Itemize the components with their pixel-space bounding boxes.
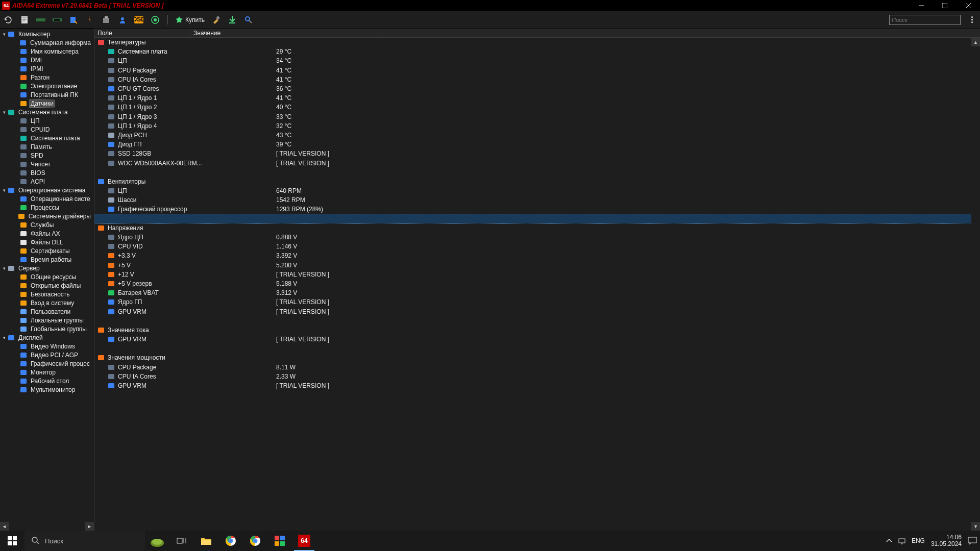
tree-item[interactable]: Вход в систему [0,298,94,307]
sensor-row[interactable]: CPU VID1.146 V [94,242,980,251]
tree-item[interactable]: Процессы [0,203,94,212]
scroll-up-button[interactable]: ▲ [971,38,980,46]
sidebar-hscroll[interactable]: ◄ ► [0,522,94,531]
download-button[interactable] [227,15,237,25]
scroll-left-button[interactable]: ◄ [0,522,9,531]
chrome-button-1[interactable] [218,531,243,551]
tree-item[interactable]: Открытые файлы [0,281,94,290]
sensor-row[interactable]: CPU Package41 °C [94,66,980,75]
tree-item[interactable]: Монитор [0,368,94,377]
scroll-track[interactable] [971,46,980,522]
tree-item[interactable]: ЦП [0,116,94,125]
sensor-rows[interactable]: ТемпературыСистемная плата29 °CЦП34 °CCP… [94,38,980,531]
tree-item[interactable]: Службы [0,220,94,229]
tree-item[interactable]: Время работы [0,255,94,264]
sensor-row[interactable]: ЦП 1 / Ядро 432 °C [94,121,980,131]
sensor-row[interactable]: ЦП 1 / Ядро 333 °C [94,112,980,121]
quickreport-button[interactable] [68,15,79,25]
tree-item[interactable]: Сертификаты [0,246,94,255]
sensor-row[interactable]: CPU IA Cores2.33 W [94,372,980,381]
content-vscroll[interactable]: ▲ ▼ [971,38,980,531]
explorer-button[interactable] [194,531,218,551]
tree-item[interactable]: ▾Операционная система [0,186,94,194]
aida64-button[interactable]: 64 [292,531,316,551]
sensor-row[interactable]: ЦП640 RPM [94,186,980,195]
sensor-row[interactable]: Ядро ГП[ TRIAL VERSION ] [94,297,980,307]
sensor-row[interactable]: +5 V5.200 V [94,261,980,270]
taskbar-search[interactable]: Поиск [24,531,145,551]
sensor-row[interactable]: GPU VRM[ TRIAL VERSION ] [94,381,980,390]
tree-item[interactable]: Видео Windows [0,342,94,350]
tree-item[interactable]: Мультимонитор [0,385,94,394]
chrome-button-2[interactable] [243,531,267,551]
menu-button[interactable] [967,16,977,23]
osd-button[interactable]: OSD [134,15,144,25]
sensor-row[interactable]: CPU GT Cores36 °C [94,84,980,93]
update-button[interactable] [150,15,160,25]
network-icon[interactable] [898,537,905,544]
tree-item[interactable]: BIOS [0,168,94,177]
tree-item[interactable]: Разгон [0,73,94,82]
tray-clock[interactable]: 14:06 31.05.2024 [931,534,962,547]
start-button[interactable] [0,531,24,551]
column-field[interactable]: Поле [94,29,190,37]
sensor-row[interactable]: Батарея VBAT3.312 V [94,288,980,297]
tree-item[interactable]: Глобальные группы [0,324,94,333]
sensor-row[interactable]: Диод PCH43 °C [94,131,980,140]
tree-item[interactable]: Имя компьютера [0,47,94,56]
scroll-right-button[interactable]: ► [85,522,94,531]
sensor-row[interactable]: ЦП 1 / Ядро 141 °C [94,93,980,103]
hw-button[interactable] [36,15,46,25]
section-header[interactable]: Вентиляторы [94,177,980,186]
app-button[interactable] [267,531,292,551]
remote-button[interactable] [117,15,128,25]
sensor-row[interactable]: ЦП34 °C [94,56,980,65]
tree-item[interactable]: Системная плата [0,134,94,142]
tool-button[interactable] [211,15,221,25]
tree-item[interactable]: Память [0,142,94,151]
search-button[interactable] [243,15,254,25]
sensor-row[interactable]: +5 V резерв5.188 V [94,279,980,288]
sensor-row[interactable]: CPU Package8.11 W [94,363,980,372]
tree-item[interactable]: Датчики [0,99,94,108]
search-input-wrapper[interactable] [889,15,961,25]
tree-item[interactable]: Портативный ПК [0,90,94,99]
tree-item[interactable]: Файлы AX [0,229,94,238]
sensor-row[interactable]: Графический процессор1293 RPM (28%) [94,205,980,214]
sensor-row[interactable]: GPU VRM[ TRIAL VERSION ] [94,335,980,344]
report-button[interactable] [19,15,30,25]
tree-item[interactable]: Безопасность [0,290,94,298]
sensor-row[interactable]: CPU IA Cores41 °C [94,75,980,84]
tree-item[interactable]: Графический процес [0,359,94,368]
refresh-button[interactable] [3,15,13,25]
sensor-row[interactable]: Ядро ЦП0.888 V [94,233,980,242]
sensor-row[interactable]: Системная плата29 °C [94,47,980,56]
tree-item[interactable]: DMI [0,56,94,64]
tree-item[interactable]: ACPI [0,177,94,186]
tree-item[interactable]: IPMI [0,64,94,73]
tree-item[interactable]: Чипсет [0,160,94,168]
tree-item[interactable]: Общие ресурсы [0,272,94,281]
sensor-row[interactable]: SSD 128GB[ TRIAL VERSION ] [94,149,980,158]
tree-item[interactable]: Локальные группы [0,316,94,324]
maximize-button[interactable] [933,0,957,11]
scroll-track[interactable] [9,522,85,531]
sensor-row[interactable]: Диод ГП39 °C [94,140,980,149]
minimize-button[interactable] [910,0,933,11]
taskbar-turtle[interactable] [145,531,169,551]
scroll-down-button[interactable]: ▼ [971,522,980,531]
tree-item[interactable]: Суммарная информа [0,38,94,47]
taskview-button[interactable] [169,531,194,551]
tree-item[interactable]: ▾Компьютер [0,30,94,38]
column-value[interactable]: Значение [190,29,378,37]
sensor-row[interactable]: GPU VRM[ TRIAL VERSION ] [94,307,980,316]
sensor-row[interactable]: +12 V[ TRIAL VERSION ] [94,270,980,279]
section-header[interactable]: Значения мощности [94,353,980,362]
tray-chevron-icon[interactable] [886,538,892,544]
tree-item[interactable]: ▾Дисплей [0,333,94,342]
tree-item[interactable]: CPUID [0,125,94,134]
tree-item[interactable]: ▾Сервер [0,264,94,272]
buy-button[interactable]: Купить [175,16,205,24]
language-indicator[interactable]: ENG [912,537,925,544]
tree-item[interactable]: SPD [0,151,94,160]
